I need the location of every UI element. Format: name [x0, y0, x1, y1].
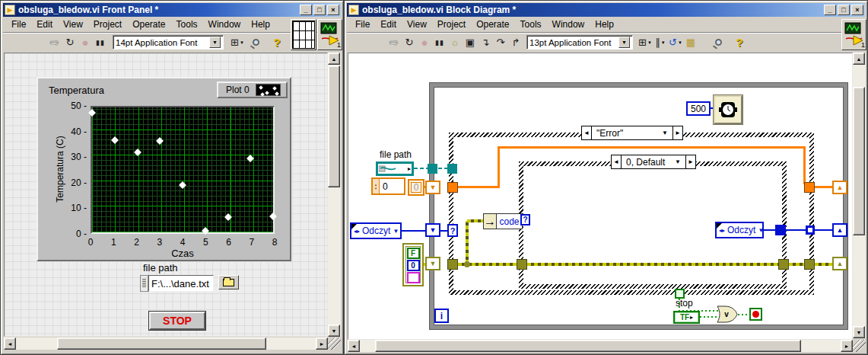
vertical-scrollbar[interactable]: ▲ ▼ [328, 53, 341, 337]
vertical-scroll-thumb[interactable] [853, 87, 865, 235]
scroll-left-icon[interactable]: ◄ [4, 337, 16, 350]
error-source-constant[interactable] [407, 272, 420, 283]
unbundle-by-name-node[interactable]: → code [483, 213, 523, 229]
horizontal-scroll-thumb[interactable] [57, 337, 266, 350]
tunnel-file-path-case[interactable] [447, 164, 457, 174]
scroll-right-icon[interactable]: ► [316, 337, 328, 350]
block-diagram-canvas[interactable]: ◄ "Error"▼ ► ◄ 0, Default▼ ► 500 [348, 53, 853, 340]
vi-icon[interactable]: 1 [317, 19, 342, 50]
vi-icon[interactable]: 1 [841, 19, 866, 50]
fp-menu-edit[interactable]: Edit [32, 18, 57, 31]
tunnel-error-inner-left[interactable] [517, 259, 527, 270]
block-diagram-titlebar[interactable]: ▶ obsluga_bledow.vi Block Diagram * _ □ … [347, 3, 865, 17]
path-control-grip[interactable] [140, 275, 148, 292]
bd-menu-project[interactable]: Project [433, 18, 470, 31]
shift-register-init-constant[interactable]: 0 [408, 179, 424, 196]
wait-ms-function[interactable] [714, 95, 742, 124]
tunnel-orange-left[interactable] [447, 182, 458, 193]
wire-error[interactable] [789, 263, 806, 266]
front-panel-titlebar[interactable]: ▶ obsluga_bledow.vi Front Panel * _ □ × [3, 3, 341, 17]
iteration-terminal[interactable]: i [434, 309, 449, 323]
enum-constant-odczyt-left[interactable]: ◂▸ Odczyt ▼ [350, 222, 402, 239]
chevron-down-icon[interactable]: ▼ [758, 227, 764, 234]
step-into-button[interactable]: ↴ [478, 35, 493, 50]
wire-error[interactable] [815, 263, 834, 266]
wait-ms-constant[interactable]: 500 [686, 101, 711, 116]
tunnel-error-left[interactable] [447, 259, 458, 270]
chart-legend[interactable]: Plot 0 [217, 82, 288, 98]
wire-orange[interactable] [498, 146, 806, 149]
resize-grip[interactable] [328, 337, 341, 350]
wire-error-branch[interactable] [467, 219, 484, 222]
shift-register-right-blue[interactable]: ▲ [832, 223, 847, 237]
chevron-down-icon[interactable]: ▼ [675, 158, 681, 165]
wire-error[interactable] [527, 263, 778, 266]
connector-pane[interactable] [291, 19, 316, 50]
retain-wire-values-button[interactable]: ▣ [463, 35, 478, 50]
scroll-right-icon[interactable]: ► [841, 340, 853, 352]
wire-orange[interactable] [815, 186, 834, 188]
font-selector[interactable]: 13pt Application Font ▼ [526, 35, 633, 50]
waveform-chart[interactable]: Temperatura Plot 0 0 -10 -20 -30 -40 -50… [37, 77, 291, 261]
fp-menu-help[interactable]: Help [246, 18, 275, 31]
scroll-down-icon[interactable]: ▼ [853, 326, 865, 338]
align-objects-button[interactable]: ⊞▼ [637, 35, 653, 50]
bd-menu-help[interactable]: Help [590, 18, 618, 31]
error-status-constant[interactable]: F [407, 248, 420, 259]
minimize-button[interactable]: _ [300, 5, 312, 15]
maximize-button[interactable]: □ [838, 5, 850, 15]
search-button[interactable] [248, 35, 263, 50]
wire-orange[interactable] [498, 146, 500, 188]
help-button[interactable]: ×? [269, 35, 285, 50]
shift-register-left-blue[interactable]: ▼ [425, 223, 440, 237]
reorder-button[interactable]: ↺▼ [668, 35, 683, 50]
case-prev-icon[interactable]: ◄ [582, 126, 592, 139]
step-over-button[interactable]: ↷ [493, 35, 508, 50]
highlight-execution-button[interactable]: ☼ [447, 35, 463, 50]
run-button[interactable]: ⇨ [47, 35, 62, 50]
case-next-icon[interactable]: ► [672, 126, 682, 139]
run-continuous-button[interactable]: ↻ [402, 35, 417, 50]
file-path-input[interactable]: F:\...\dane.txt [148, 275, 214, 292]
tunnel-blue-outer-right[interactable] [806, 225, 815, 235]
error-cluster-constant[interactable]: F 0 [402, 243, 424, 286]
search-button[interactable] [711, 35, 726, 50]
bd-menu-tools[interactable]: Tools [516, 18, 546, 31]
chevron-down-icon[interactable]: ▼ [662, 130, 668, 136]
case-prev-icon[interactable]: ◄ [612, 155, 622, 168]
shift-register-right-orange[interactable]: ▲ [832, 181, 847, 194]
scroll-left-icon[interactable]: ◄ [348, 340, 360, 352]
case-selector-terminal-inner[interactable]: ? [520, 214, 530, 225]
abort-button[interactable]: ● [78, 35, 93, 50]
vertical-scrollbar[interactable]: ▲ ▼ [853, 53, 866, 338]
case-selector-label-default[interactable]: ◄ 0, Default▼ ► [611, 155, 696, 169]
maximize-button[interactable]: □ [313, 5, 326, 15]
fp-menu-file[interactable]: File [7, 18, 30, 31]
vertical-scroll-thumb[interactable] [328, 66, 340, 187]
chevron-down-icon[interactable]: ▼ [393, 228, 399, 235]
resize-grip[interactable] [853, 340, 866, 352]
abort-button[interactable]: ● [417, 35, 432, 50]
horizontal-scroll-thumb[interactable] [375, 340, 801, 352]
cleanup-diagram-button[interactable]: ▦ [683, 35, 698, 50]
tunnel-error-inner-right[interactable] [778, 259, 789, 270]
bd-menu-file[interactable]: File [351, 18, 374, 31]
distribute-objects-button[interactable]: ∥▼ [653, 35, 668, 50]
wire-error-branch[interactable] [466, 221, 469, 264]
bd-menu-window[interactable]: Window [548, 18, 590, 31]
tunnel-orange-right[interactable] [804, 182, 815, 193]
scroll-down-icon[interactable]: ▼ [328, 325, 340, 337]
front-panel-canvas[interactable]: Temperatura Plot 0 0 -10 -20 -30 -40 -50… [4, 53, 328, 337]
fp-menu-view[interactable]: View [59, 18, 87, 31]
scroll-up-icon[interactable]: ▲ [853, 53, 865, 65]
fp-menu-project[interactable]: Project [89, 18, 126, 31]
error-code-constant[interactable]: 0 [407, 260, 420, 271]
help-button[interactable]: ? [732, 35, 747, 50]
run-continuous-button[interactable]: ↻ [62, 35, 78, 50]
run-button[interactable]: ⇨ [386, 35, 402, 50]
pause-button[interactable]: ▮▮ [93, 35, 108, 50]
tunnel-file-path-loop[interactable] [428, 164, 437, 174]
chevron-down-icon[interactable]: ▼ [618, 37, 630, 48]
or-function[interactable]: v [717, 305, 738, 323]
fp-menu-operate[interactable]: Operate [128, 18, 170, 31]
